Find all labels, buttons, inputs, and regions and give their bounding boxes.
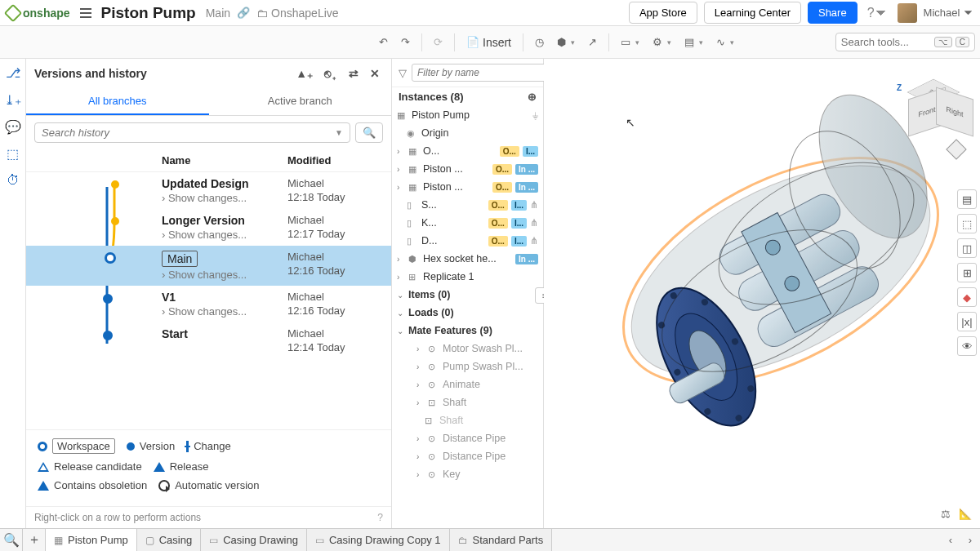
compare-icon[interactable]: ⇄: [345, 65, 362, 82]
tree-item[interactable]: ›▦Piston ...O...In ...: [392, 160, 543, 178]
mate-item[interactable]: ›⊙Distance Pipe: [392, 429, 543, 447]
tree-root[interactable]: ▦ Piston Pump ⏚: [392, 106, 543, 124]
filter-input[interactable]: [412, 64, 546, 82]
show-changes-link[interactable]: Show changes...: [162, 192, 287, 204]
show-changes-link[interactable]: Show changes...: [162, 269, 287, 281]
tab-standard-parts[interactable]: 🗀Standard Parts: [450, 529, 553, 551]
document-branch[interactable]: Main: [206, 7, 230, 20]
help-icon[interactable]: ?: [377, 512, 383, 523]
tab-active-branch[interactable]: Active branch: [209, 88, 392, 115]
loads-section[interactable]: ⌄Loads (0): [392, 304, 543, 322]
tree-item[interactable]: ›⊞Replicate 1: [392, 268, 543, 286]
rail-eye-icon[interactable]: 👁: [957, 336, 977, 356]
rail-stopwatch-icon[interactable]: ⏱: [7, 173, 20, 188]
search-tabs-icon[interactable]: 🔍: [0, 529, 23, 551]
search-tools-input[interactable]: [841, 36, 931, 48]
tree-item[interactable]: ›▦Piston ...O...In ...: [392, 178, 543, 196]
drawing-tab-icon: ▭: [209, 535, 218, 546]
logo[interactable]: onshape: [7, 7, 70, 20]
3d-viewport[interactable]: ↖: [544, 59, 980, 528]
select-tool[interactable]: ▭▾: [616, 33, 644, 51]
user-menu[interactable]: Michael ⏷: [924, 7, 973, 19]
cylinder-tool[interactable]: ⬢▾: [552, 33, 580, 51]
history-search[interactable]: ▼: [34, 122, 350, 143]
mate-item[interactable]: ›⊙Pump Swash Pl...: [392, 358, 543, 375]
rail-color-icon[interactable]: ◆: [957, 287, 977, 307]
mate-item[interactable]: ⊡Shaft: [392, 411, 543, 429]
hamburger-menu[interactable]: [77, 5, 95, 21]
mass-props-icon[interactable]: ⚖: [941, 508, 951, 520]
search-tools[interactable]: ⌥ C: [835, 33, 975, 51]
measure-tool-icon[interactable]: 📐: [959, 508, 972, 520]
link-icon[interactable]: 🔗: [237, 7, 250, 19]
rail-section-icon[interactable]: ◫: [957, 238, 977, 258]
versions-header: Versions and history ▲₊ ⎋₊ ⇄ ✕: [26, 59, 391, 88]
version-row[interactable]: Updated Design Show changes... Michael 1…: [26, 172, 391, 209]
tabs-next[interactable]: ›: [960, 529, 980, 551]
mate-item[interactable]: ›⊙Distance Pipe: [392, 447, 543, 465]
mates-section[interactable]: ⌄Mate Features (9): [392, 322, 543, 340]
move-tool[interactable]: ↗: [583, 33, 602, 51]
tab-casing-drawing-copy[interactable]: ▭Casing Drawing Copy 1: [307, 529, 450, 551]
tabs-prev[interactable]: ‹: [941, 529, 960, 551]
rail-box-icon[interactable]: ⬚: [7, 146, 19, 162]
chevron-down-icon[interactable]: ▼: [335, 128, 343, 137]
breadcrumb[interactable]: 🗀 OnshapeLive: [256, 7, 339, 20]
undo-button[interactable]: ↶: [374, 33, 393, 51]
version-row[interactable]: Longer Version Show changes... Michael 1…: [26, 209, 391, 246]
tab-all-branches[interactable]: All branches: [26, 88, 209, 115]
gear-tool[interactable]: ⚙▾: [648, 33, 676, 51]
mate-item[interactable]: ›⊙Motor Swash Pl...: [392, 340, 543, 358]
rail-grid-icon[interactable]: ⊞: [957, 263, 977, 282]
tab-casing-drawing[interactable]: ▭Casing Drawing: [201, 529, 307, 551]
create-version-icon[interactable]: ▲₊: [292, 65, 316, 82]
view-cube[interactable]: Z X Top Front Right: [900, 69, 965, 134]
redo-button[interactable]: ↷: [396, 33, 415, 51]
show-changes-link[interactable]: Show changes...: [162, 229, 287, 241]
mate-item[interactable]: ›⊙Key: [392, 465, 543, 483]
rail-sheet-icon[interactable]: ▤: [957, 189, 977, 209]
tree-item[interactable]: ▯S...O...I...⋔: [392, 196, 543, 214]
refresh-button[interactable]: ⟳: [429, 33, 448, 51]
filter-icon[interactable]: ▽: [399, 67, 407, 79]
create-branch-icon[interactable]: ⎋₊: [321, 65, 341, 82]
learning-center-button[interactable]: Learning Center: [704, 2, 801, 24]
show-changes-link[interactable]: Show changes...: [162, 305, 287, 318]
rail-add-icon[interactable]: ⤓₊: [4, 92, 21, 108]
left-rail: ⎇ ⤓₊ 💬 ⬚ ⏱: [0, 59, 26, 528]
history-search-button[interactable]: 🔍: [355, 122, 383, 143]
help-icon[interactable]: ?⏷: [864, 2, 891, 24]
instances-section[interactable]: Instances (8) ⊕: [392, 87, 543, 106]
app-store-button[interactable]: App Store: [629, 2, 697, 24]
tree-item[interactable]: ▯D...O...I...⋔: [392, 232, 543, 250]
add-tab-button[interactable]: ＋: [23, 529, 46, 551]
version-row[interactable]: V1 Show changes... Michael 12:16 Today: [26, 286, 391, 322]
tree-item[interactable]: ›▦O...O...I...: [392, 142, 543, 160]
rail-tree-icon[interactable]: ⎇: [6, 65, 20, 81]
tab-piston-pump[interactable]: ▦Piston Pump: [46, 529, 137, 551]
insert-button[interactable]: 📄 Insert: [461, 33, 516, 52]
rail-chat-icon[interactable]: 💬: [5, 119, 21, 135]
version-node-icon: [103, 331, 113, 340]
sheet-tool[interactable]: ▤▾: [679, 33, 708, 51]
clock-tool[interactable]: ◷: [530, 33, 549, 51]
items-section[interactable]: ⌄Items (0): [392, 286, 543, 304]
mate-item[interactable]: ›⊡Shaft: [392, 393, 543, 411]
tree-origin[interactable]: ◉ Origin: [392, 124, 543, 142]
rail-cube-icon[interactable]: ⬚: [957, 214, 977, 233]
tree-item[interactable]: ▯K...O...I...⋔: [392, 214, 543, 232]
close-panel-icon[interactable]: ✕: [367, 65, 383, 82]
document-title[interactable]: Piston Pump: [101, 4, 196, 22]
tree-item[interactable]: ›⬢Hex socket he...In ...: [392, 250, 543, 268]
version-legend-icon: [127, 442, 135, 451]
curve-tool[interactable]: ∿▾: [711, 33, 739, 51]
mate-item[interactable]: ›⊙Animate: [392, 375, 543, 393]
version-row[interactable]: Start Michael 12:14 Today: [26, 322, 391, 358]
rail-measure-icon[interactable]: |x|: [957, 312, 977, 331]
version-row-selected[interactable]: Main Show changes... Michael 12:16 Today: [26, 246, 391, 286]
share-button[interactable]: Share: [808, 2, 858, 24]
avatar[interactable]: [898, 3, 917, 23]
history-search-input[interactable]: [42, 127, 335, 139]
add-instance-icon[interactable]: ⊕: [528, 91, 537, 103]
tab-casing[interactable]: ▢Casing: [137, 529, 201, 551]
